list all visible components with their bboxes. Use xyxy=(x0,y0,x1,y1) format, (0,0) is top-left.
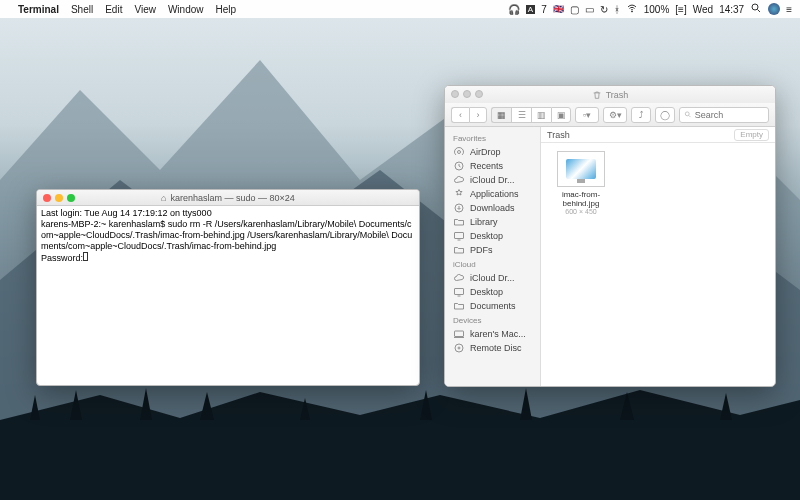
sidebar-item[interactable]: Downloads xyxy=(445,201,540,215)
sidebar-item[interactable]: iCloud Dr... xyxy=(445,173,540,187)
close-button[interactable] xyxy=(451,90,459,98)
search-input[interactable] xyxy=(695,110,764,120)
trash-icon xyxy=(592,90,602,100)
terminal-line: karens-MBP-2:~ karenhaslam$ sudo rm -R /… xyxy=(41,219,412,251)
back-button[interactable]: ‹ xyxy=(451,107,469,123)
view-gallery-button[interactable]: ▣ xyxy=(551,107,571,123)
terminal-line: Password: xyxy=(41,253,83,263)
search-field[interactable] xyxy=(679,107,769,123)
sidebar-item[interactable]: Remote Disc xyxy=(445,341,540,355)
minimize-button[interactable] xyxy=(463,90,471,98)
svg-rect-22 xyxy=(455,331,464,337)
path-label: Trash xyxy=(547,130,570,140)
svg-line-14 xyxy=(758,10,761,13)
terminal-cursor xyxy=(83,252,88,261)
display-icon[interactable]: ▢ xyxy=(570,4,579,15)
sidebar-item[interactable]: Library xyxy=(445,215,540,229)
search-icon xyxy=(684,110,692,119)
arrange-button[interactable]: ▫▾ xyxy=(575,107,599,123)
file-grid[interactable]: imac-from-behind.jpg600 × 450 xyxy=(541,143,775,386)
terminal-titlebar[interactable]: ⌂karenhaslam — sudo — 80×24 xyxy=(37,190,419,206)
finder-title: Trash xyxy=(606,90,629,100)
terminal-window: ⌂karenhaslam — sudo — 80×24 Last login: … xyxy=(36,189,420,386)
folder-icon xyxy=(453,300,465,312)
svg-line-16 xyxy=(689,115,691,117)
view-icons-button[interactable]: ▦ xyxy=(491,107,511,123)
svg-point-13 xyxy=(752,4,758,10)
action-button[interactable]: ⚙▾ xyxy=(603,107,627,123)
sidebar-item-label: AirDrop xyxy=(470,147,501,157)
sidebar-item[interactable]: Recents xyxy=(445,159,540,173)
menu-help[interactable]: Help xyxy=(216,4,237,15)
share-button[interactable]: ⤴ xyxy=(631,107,651,123)
window-controls xyxy=(43,194,75,202)
app-menu[interactable]: Terminal xyxy=(18,4,59,15)
terminal-body[interactable]: Last login: Tue Aug 14 17:19:12 on ttys0… xyxy=(37,206,419,266)
sidebar-item-label: Library xyxy=(470,217,498,227)
cloud-icon xyxy=(453,272,465,284)
bluetooth-icon[interactable]: ᚼ xyxy=(614,4,620,15)
sidebar-item[interactable]: Applications xyxy=(445,187,540,201)
forward-button[interactable]: › xyxy=(469,107,487,123)
menu-view[interactable]: View xyxy=(134,4,156,15)
sidebar-item-label: Recents xyxy=(470,161,503,171)
path-bar: Trash Empty xyxy=(541,127,775,143)
file-name: imac-from-behind.jpg xyxy=(549,190,613,208)
folder-icon xyxy=(453,244,465,256)
svg-rect-20 xyxy=(455,233,464,239)
sidebar-item-label: karen's Mac... xyxy=(470,329,526,339)
finder-titlebar[interactable]: Trash xyxy=(445,86,775,103)
zoom-button[interactable] xyxy=(67,194,75,202)
svg-rect-21 xyxy=(455,289,464,295)
file-item[interactable]: imac-from-behind.jpg600 × 450 xyxy=(549,151,613,215)
svg-point-12 xyxy=(631,11,632,12)
adobe-badge: 7 xyxy=(541,4,547,15)
menu-window[interactable]: Window xyxy=(168,4,204,15)
menu-edit[interactable]: Edit xyxy=(105,4,122,15)
timemachine-icon[interactable]: ↻ xyxy=(600,4,608,15)
notification-center-icon[interactable]: ≡ xyxy=(786,4,792,15)
wifi-icon[interactable] xyxy=(626,2,638,16)
sidebar-section-label: Devices xyxy=(445,313,540,327)
sidebar-item[interactable]: Desktop xyxy=(445,285,540,299)
menubar: Terminal Shell Edit View Window Help 🎧 A… xyxy=(0,0,800,18)
sidebar-item[interactable]: iCloud Dr... xyxy=(445,271,540,285)
airdrop-icon xyxy=(453,146,465,158)
sidebar-item[interactable]: AirDrop xyxy=(445,145,540,159)
svg-marker-2 xyxy=(0,390,800,500)
view-columns-button[interactable]: ▥ xyxy=(531,107,551,123)
sidebar-item[interactable]: Desktop xyxy=(445,229,540,243)
sidebar-item-label: iCloud Dr... xyxy=(470,175,515,185)
airplay-icon[interactable]: ▭ xyxy=(585,4,594,15)
sidebar-item[interactable]: karen's Mac... xyxy=(445,327,540,341)
clock-day[interactable]: Wed xyxy=(693,4,713,15)
empty-trash-button[interactable]: Empty xyxy=(734,129,769,141)
home-icon: ⌂ xyxy=(161,193,166,203)
battery-icon[interactable]: [≡] xyxy=(675,4,686,15)
clock-time[interactable]: 14:37 xyxy=(719,4,744,15)
tags-button[interactable]: ◯ xyxy=(655,107,675,123)
sidebar-item-label: PDFs xyxy=(470,245,493,255)
apps-icon xyxy=(453,188,465,200)
desktop-icon xyxy=(453,286,465,298)
zoom-button[interactable] xyxy=(475,90,483,98)
sidebar-item[interactable]: PDFs xyxy=(445,243,540,257)
minimize-button[interactable] xyxy=(55,194,63,202)
terminal-title: karenhaslam — sudo — 80×24 xyxy=(171,193,295,203)
sidebar-item[interactable]: Documents xyxy=(445,299,540,313)
spotlight-icon[interactable] xyxy=(750,2,762,16)
sidebar-item-label: Documents xyxy=(470,301,516,311)
flag-icon[interactable]: 🇬🇧 xyxy=(553,4,564,14)
view-list-button[interactable]: ☰ xyxy=(511,107,531,123)
sidebar-item-label: Applications xyxy=(470,189,519,199)
headphones-icon[interactable]: 🎧 xyxy=(508,4,520,15)
svg-point-23 xyxy=(455,344,463,352)
desktop-icon xyxy=(453,230,465,242)
close-button[interactable] xyxy=(43,194,51,202)
disc-icon xyxy=(453,342,465,354)
window-controls xyxy=(451,90,483,98)
cloud-icon xyxy=(453,174,465,186)
adobe-icon[interactable]: A xyxy=(526,5,535,14)
menu-shell[interactable]: Shell xyxy=(71,4,93,15)
siri-icon[interactable] xyxy=(768,3,780,15)
